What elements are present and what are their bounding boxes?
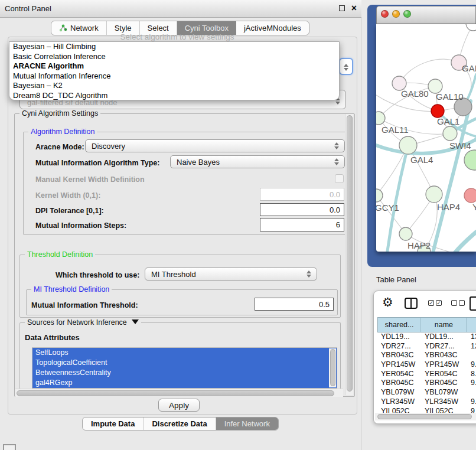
- table-cell[interactable]: [467, 351, 476, 360]
- mi-threshold-label: Mutual Information Threshold:: [31, 301, 138, 309]
- select-all-columns-icon[interactable]: ✓ ✓: [428, 300, 442, 306]
- deselect-all-columns-icon[interactable]: [451, 300, 465, 306]
- column-header[interactable]: A: [467, 318, 476, 332]
- grid-corner-icon[interactable]: [3, 444, 16, 450]
- table-cell[interactable]: YDL19...: [421, 332, 467, 342]
- table-cell[interactable]: YBR045C: [421, 379, 467, 388]
- sources-group: Sources for Network Inference Data Attri…: [19, 322, 341, 389]
- dropdown-item[interactable]: Dream8 DC_TDC Algorithm: [9, 91, 339, 100]
- algorithm-combobox-fragment[interactable]: [339, 58, 353, 75]
- network-node[interactable]: [464, 188, 476, 203]
- table-cell[interactable]: 8.: [467, 370, 476, 379]
- dropdown-item[interactable]: Bayesian – K2: [9, 81, 339, 91]
- table-row[interactable]: YBR043CYBR043C: [377, 351, 476, 360]
- scrollbar-thumb[interactable]: [377, 414, 472, 419]
- scrollbar-thumb[interactable]: [17, 390, 334, 396]
- dpi-tolerance-input[interactable]: 0.0: [260, 203, 344, 216]
- table-cell[interactable]: YBR043C: [377, 351, 421, 360]
- close-icon[interactable]: ×: [351, 2, 357, 14]
- kernel-width-input[interactable]: 0.0: [260, 188, 344, 201]
- table-cell[interactable]: [467, 388, 476, 397]
- attribute-item-selected[interactable]: gal4RGexp: [32, 378, 337, 388]
- float-window-icon[interactable]: [339, 5, 345, 11]
- attribute-item-selected[interactable]: BetweennessCentrality: [32, 368, 337, 378]
- table-cell[interactable]: YDL19...: [377, 332, 421, 342]
- tab-infer-network[interactable]: Infer Network: [216, 418, 278, 430]
- document-icon[interactable]: [470, 296, 476, 311]
- network-node[interactable]: [376, 189, 383, 202]
- network-node-label: HAP2: [407, 240, 431, 250]
- dropdown-item[interactable]: Mutual Information Inference: [9, 71, 339, 81]
- dropdown-item-selected[interactable]: ARACNE Algorithm: [9, 61, 339, 71]
- network-canvas[interactable]: GALGAL80GAL10GAL1GAL11SWI4GAL4GCY1HAP4YH…: [376, 24, 476, 252]
- mi-threshold-input[interactable]: 0.5: [255, 298, 334, 311]
- network-node[interactable]: [426, 186, 442, 203]
- minimize-traffic-light[interactable]: [392, 10, 400, 18]
- scrollbar-thumb[interactable]: [330, 349, 335, 386]
- mi-algorithm-type-select[interactable]: Naive Bayes: [170, 155, 345, 168]
- table-cell[interactable]: YLR345W: [377, 397, 421, 407]
- column-header[interactable]: name: [421, 318, 467, 332]
- kernel-width-label: Kernel Width (0,1):: [35, 191, 100, 200]
- table-cell[interactable]: 9.: [467, 397, 476, 407]
- aracne-mode-select[interactable]: Discovery: [85, 139, 345, 152]
- dropdown-item[interactable]: Basic Correlation Inference: [9, 52, 339, 62]
- manual-kernel-checkbox[interactable]: [335, 174, 344, 183]
- dropdown-item[interactable]: Bayesian – Hill Climbing: [9, 42, 339, 52]
- split-columns-icon[interactable]: [405, 298, 418, 309]
- network-node[interactable]: [466, 24, 476, 31]
- table-cell[interactable]: 12: [467, 342, 476, 351]
- table-cell[interactable]: YDR27...: [421, 342, 467, 351]
- close-traffic-light[interactable]: [381, 10, 389, 18]
- table-row[interactable]: YER054CYER054C8.: [377, 370, 476, 379]
- network-node[interactable]: [399, 227, 412, 240]
- tab-label: Cyni Toolbox: [185, 24, 229, 32]
- table-cell[interactable]: YPR145W: [377, 360, 421, 370]
- column-header[interactable]: shared...: [378, 318, 421, 332]
- settings-vertical-scrollbar[interactable]: [345, 114, 353, 395]
- data-attributes-list[interactable]: SelfLoops TopologicalCoefficient Between…: [32, 347, 337, 389]
- table-row[interactable]: YPR145WYPR145W9.: [377, 360, 476, 370]
- network-node[interactable]: [376, 112, 385, 125]
- mi-steps-input[interactable]: 6: [260, 218, 344, 231]
- attribute-item-selected[interactable]: TopologicalCoefficient: [32, 358, 337, 368]
- table-cell[interactable]: YBR043C: [421, 351, 467, 360]
- network-node-label: GAL10: [436, 92, 464, 102]
- group-title: MI Threshold Definition: [31, 285, 112, 294]
- apply-button[interactable]: Apply: [158, 399, 200, 412]
- gear-icon[interactable]: ⚙: [382, 295, 393, 309]
- network-edge[interactable]: [399, 59, 459, 83]
- table-row[interactable]: YDL19...YDL19...13: [377, 332, 476, 342]
- network-edge[interactable]: [453, 232, 476, 252]
- network-node[interactable]: [431, 105, 444, 118]
- zoom-traffic-light[interactable]: [403, 10, 411, 18]
- settings-horizontal-scrollbar[interactable]: [15, 389, 343, 397]
- attribute-item-selected[interactable]: SelfLoops: [32, 348, 337, 358]
- network-node[interactable]: [443, 126, 457, 141]
- table-row[interactable]: YDR27...YDR27...12: [377, 342, 476, 351]
- tab-impute-data[interactable]: Impute Data: [83, 418, 144, 430]
- table-cell[interactable]: 9.: [467, 360, 476, 370]
- which-threshold-select[interactable]: MI Threshold: [145, 268, 317, 281]
- table-cell[interactable]: YBL079W: [377, 388, 421, 397]
- mi-threshold-value: 0.5: [319, 300, 330, 309]
- table-row[interactable]: YLR345WYLR345W9.: [377, 397, 476, 407]
- table-cell[interactable]: 13: [467, 332, 476, 342]
- scrollbar-thumb[interactable]: [347, 115, 353, 392]
- table-cell[interactable]: YDR27...: [377, 342, 421, 351]
- table-cell[interactable]: YER054C: [421, 370, 467, 379]
- tab-discretize-data[interactable]: Discretize Data: [144, 418, 216, 430]
- table-cell[interactable]: 9.: [467, 379, 476, 388]
- table-cell[interactable]: YBR045C: [377, 379, 421, 388]
- table-row[interactable]: YBL079WYBL079W: [377, 388, 476, 397]
- list-vertical-scrollbar[interactable]: [329, 348, 336, 387]
- network-window-titlebar[interactable]: [376, 6, 476, 24]
- table-cell[interactable]: YLR345W: [421, 397, 467, 407]
- table-horizontal-scrollbar[interactable]: [375, 413, 476, 420]
- table-cell[interactable]: YER054C: [377, 370, 421, 379]
- table-cell[interactable]: YPR145W: [421, 360, 467, 370]
- network-node[interactable]: [464, 150, 476, 170]
- network-node[interactable]: [399, 136, 417, 154]
- table-row[interactable]: YBR045CYBR045C9.: [377, 379, 476, 388]
- table-cell[interactable]: YBL079W: [421, 388, 467, 397]
